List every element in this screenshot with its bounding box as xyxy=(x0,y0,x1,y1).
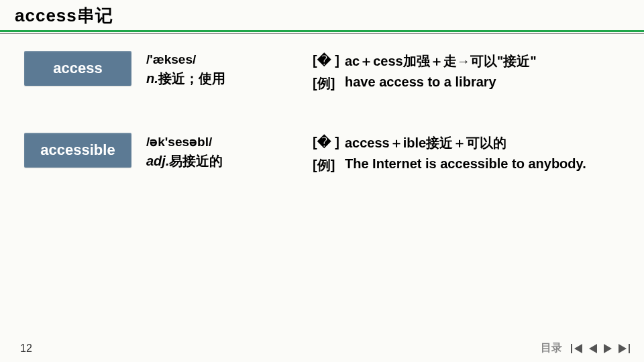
first-page-button[interactable] xyxy=(570,343,584,354)
svg-marker-1 xyxy=(574,344,582,353)
part-of-speech: n. xyxy=(146,71,158,86)
content-area: access /'ækses/ n.接近；使用 [� ] ac＋cess加强＋走… xyxy=(0,34,644,178)
prev-page-icon xyxy=(588,343,598,354)
etymology-text: access＋ible接近＋可以的 xyxy=(345,134,620,152)
etymology-text: ac＋cess加强＋走→可以"接近" xyxy=(345,52,620,70)
definition-column: /ək'sesəbl/ adj.易接近的 xyxy=(131,133,286,170)
toc-link[interactable]: 目录 xyxy=(541,341,562,355)
example-tag: [例] xyxy=(313,156,345,174)
first-page-icon xyxy=(570,343,584,354)
vocab-entry: accessible /ək'sesəbl/ adj.易接近的 [� ] acc… xyxy=(24,133,620,178)
last-page-button[interactable] xyxy=(617,343,631,354)
definition-text: 接近；使用 xyxy=(158,71,225,86)
footer-bar: 12 目录 xyxy=(0,341,644,355)
explanation-column: [� ] access＋ible接近＋可以的 [例] The Internet … xyxy=(286,133,620,178)
part-of-speech: adj. xyxy=(146,154,169,168)
svg-marker-2 xyxy=(589,344,597,353)
definition-text: 易接近的 xyxy=(169,154,223,168)
example-tag: [例] xyxy=(313,74,345,93)
vocab-entry: access /'ækses/ n.接近；使用 [� ] ac＋cess加强＋走… xyxy=(24,51,620,97)
definition: n.接近；使用 xyxy=(146,70,286,88)
word-badge: access xyxy=(24,51,131,86)
word-badge: accessible xyxy=(24,133,131,168)
page-number: 12 xyxy=(20,343,32,355)
svg-marker-3 xyxy=(604,344,612,353)
svg-rect-0 xyxy=(571,344,572,353)
example-text: have access to a library xyxy=(345,74,620,93)
etym-tag: [� ] xyxy=(313,134,345,152)
definition-column: /'ækses/ n.接近；使用 xyxy=(131,51,286,88)
definition: adj.易接近的 xyxy=(146,152,286,170)
next-page-button[interactable] xyxy=(602,343,613,354)
page-title: access串记 xyxy=(0,0,644,27)
pronunciation: /'ækses/ xyxy=(146,52,286,67)
explanation-column: [� ] ac＋cess加强＋走→可以"接近" [例] have access … xyxy=(286,51,620,97)
svg-marker-4 xyxy=(619,344,627,353)
prev-page-button[interactable] xyxy=(588,343,598,354)
svg-rect-5 xyxy=(629,344,630,353)
next-page-icon xyxy=(602,343,613,354)
last-page-icon xyxy=(617,343,631,354)
etym-tag: [� ] xyxy=(313,52,345,70)
example-text: The Internet is accessible to anybody. xyxy=(345,156,620,174)
divider-green xyxy=(0,30,644,32)
pronunciation: /ək'sesəbl/ xyxy=(146,134,286,149)
